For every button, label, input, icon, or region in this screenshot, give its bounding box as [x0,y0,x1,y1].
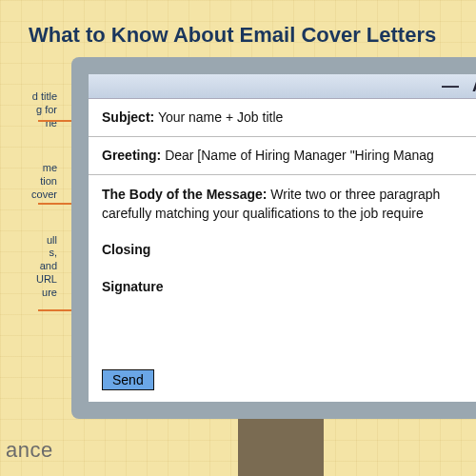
monitor-stand [238,417,324,476]
greeting-value: Dear [Name of Hiring Manager "Hiring Man… [165,148,434,163]
window-titlebar: — A [89,74,476,99]
callout-subject: d titleg forne [0,90,57,129]
subject-value: Your name + Job title [158,109,283,125]
compose-footer: Send [89,362,476,402]
greeting-row[interactable]: Greeting: Dear [Name of Hiring Manager "… [89,137,476,175]
greeting-label: Greeting: [102,148,161,163]
minimize-icon[interactable]: — [442,76,459,96]
page-title: What to Know About Email Cover Letters [29,23,466,48]
send-button[interactable]: Send [102,369,154,390]
brand-watermark: ance [6,438,53,463]
email-compose-window: — A Subject: Your name + Job title Greet… [89,74,476,402]
subject-label: Subject: [102,109,154,125]
body-text: The Body of the Message: Write two or th… [102,185,476,224]
callout-signature: ulls,andURLure [0,234,57,300]
expand-icon[interactable]: A [472,76,476,96]
closing-label: Closing [102,240,476,259]
body-label: The Body of the Message: [102,187,267,202]
subject-row[interactable]: Subject: Your name + Job title [89,99,476,137]
callout-body: metioncover [0,162,57,201]
monitor-frame: — A Subject: Your name + Job title Greet… [71,57,476,419]
body-row[interactable]: The Body of the Message: Write two or th… [89,175,476,362]
signature-label: Signature [102,277,476,296]
